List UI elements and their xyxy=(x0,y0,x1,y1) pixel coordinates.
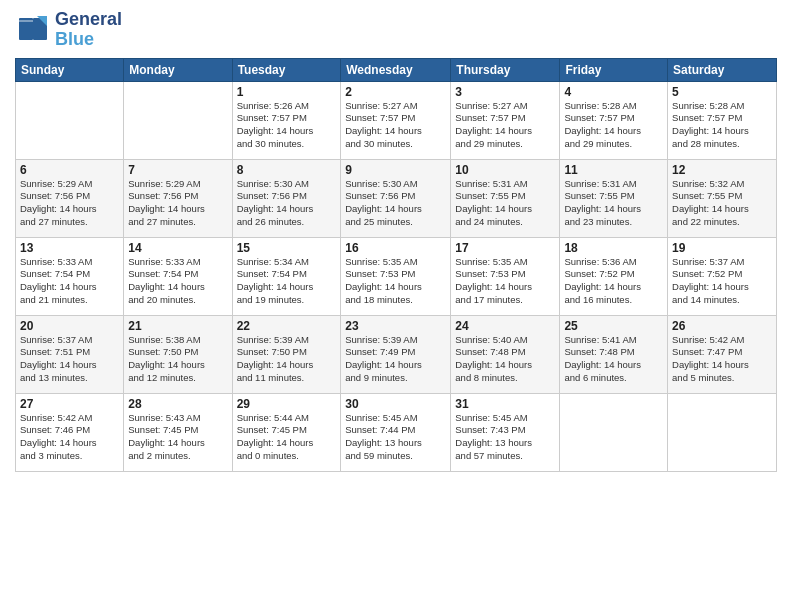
day-number: 13 xyxy=(20,241,119,255)
day-info: Sunrise: 5:37 AM Sunset: 7:51 PM Dayligh… xyxy=(20,334,119,385)
calendar-week-3: 20Sunrise: 5:37 AM Sunset: 7:51 PM Dayli… xyxy=(16,315,777,393)
day-number: 6 xyxy=(20,163,119,177)
day-number: 27 xyxy=(20,397,119,411)
day-info: Sunrise: 5:39 AM Sunset: 7:49 PM Dayligh… xyxy=(345,334,446,385)
calendar-header-thursday: Thursday xyxy=(451,58,560,81)
day-number: 19 xyxy=(672,241,772,255)
day-info: Sunrise: 5:33 AM Sunset: 7:54 PM Dayligh… xyxy=(20,256,119,307)
day-info: Sunrise: 5:33 AM Sunset: 7:54 PM Dayligh… xyxy=(128,256,227,307)
calendar-cell-w4d6 xyxy=(668,393,777,471)
day-info: Sunrise: 5:41 AM Sunset: 7:48 PM Dayligh… xyxy=(564,334,663,385)
day-info: Sunrise: 5:28 AM Sunset: 7:57 PM Dayligh… xyxy=(672,100,772,151)
day-number: 24 xyxy=(455,319,555,333)
day-info: Sunrise: 5:32 AM Sunset: 7:55 PM Dayligh… xyxy=(672,178,772,229)
day-number: 29 xyxy=(237,397,337,411)
day-number: 16 xyxy=(345,241,446,255)
calendar-header-saturday: Saturday xyxy=(668,58,777,81)
calendar-cell-w4d4: 31Sunrise: 5:45 AM Sunset: 7:43 PM Dayli… xyxy=(451,393,560,471)
day-number: 2 xyxy=(345,85,446,99)
calendar-cell-w4d0: 27Sunrise: 5:42 AM Sunset: 7:46 PM Dayli… xyxy=(16,393,124,471)
day-number: 25 xyxy=(564,319,663,333)
calendar-cell-w2d6: 19Sunrise: 5:37 AM Sunset: 7:52 PM Dayli… xyxy=(668,237,777,315)
calendar-week-1: 6Sunrise: 5:29 AM Sunset: 7:56 PM Daylig… xyxy=(16,159,777,237)
day-number: 31 xyxy=(455,397,555,411)
day-info: Sunrise: 5:30 AM Sunset: 7:56 PM Dayligh… xyxy=(345,178,446,229)
day-info: Sunrise: 5:35 AM Sunset: 7:53 PM Dayligh… xyxy=(345,256,446,307)
day-number: 11 xyxy=(564,163,663,177)
day-info: Sunrise: 5:34 AM Sunset: 7:54 PM Dayligh… xyxy=(237,256,337,307)
calendar-cell-w2d1: 14Sunrise: 5:33 AM Sunset: 7:54 PM Dayli… xyxy=(124,237,232,315)
calendar-week-0: 1Sunrise: 5:26 AM Sunset: 7:57 PM Daylig… xyxy=(16,81,777,159)
page-header: General Blue xyxy=(15,10,777,50)
calendar-header-tuesday: Tuesday xyxy=(232,58,341,81)
logo: General Blue xyxy=(15,10,122,50)
day-info: Sunrise: 5:29 AM Sunset: 7:56 PM Dayligh… xyxy=(128,178,227,229)
calendar-cell-w1d6: 12Sunrise: 5:32 AM Sunset: 7:55 PM Dayli… xyxy=(668,159,777,237)
calendar-week-4: 27Sunrise: 5:42 AM Sunset: 7:46 PM Dayli… xyxy=(16,393,777,471)
day-info: Sunrise: 5:27 AM Sunset: 7:57 PM Dayligh… xyxy=(345,100,446,151)
day-number: 5 xyxy=(672,85,772,99)
calendar-cell-w0d3: 2Sunrise: 5:27 AM Sunset: 7:57 PM Daylig… xyxy=(341,81,451,159)
calendar-cell-w2d2: 15Sunrise: 5:34 AM Sunset: 7:54 PM Dayli… xyxy=(232,237,341,315)
day-info: Sunrise: 5:26 AM Sunset: 7:57 PM Dayligh… xyxy=(237,100,337,151)
logo-icon xyxy=(15,12,51,48)
day-info: Sunrise: 5:43 AM Sunset: 7:45 PM Dayligh… xyxy=(128,412,227,463)
day-info: Sunrise: 5:45 AM Sunset: 7:43 PM Dayligh… xyxy=(455,412,555,463)
calendar-cell-w3d4: 24Sunrise: 5:40 AM Sunset: 7:48 PM Dayli… xyxy=(451,315,560,393)
calendar-cell-w3d1: 21Sunrise: 5:38 AM Sunset: 7:50 PM Dayli… xyxy=(124,315,232,393)
day-number: 4 xyxy=(564,85,663,99)
day-info: Sunrise: 5:42 AM Sunset: 7:47 PM Dayligh… xyxy=(672,334,772,385)
day-info: Sunrise: 5:38 AM Sunset: 7:50 PM Dayligh… xyxy=(128,334,227,385)
day-number: 14 xyxy=(128,241,227,255)
day-number: 22 xyxy=(237,319,337,333)
calendar-header-wednesday: Wednesday xyxy=(341,58,451,81)
calendar-cell-w4d3: 30Sunrise: 5:45 AM Sunset: 7:44 PM Dayli… xyxy=(341,393,451,471)
calendar-cell-w1d5: 11Sunrise: 5:31 AM Sunset: 7:55 PM Dayli… xyxy=(560,159,668,237)
calendar-cell-w3d5: 25Sunrise: 5:41 AM Sunset: 7:48 PM Dayli… xyxy=(560,315,668,393)
calendar-cell-w3d6: 26Sunrise: 5:42 AM Sunset: 7:47 PM Dayli… xyxy=(668,315,777,393)
day-info: Sunrise: 5:29 AM Sunset: 7:56 PM Dayligh… xyxy=(20,178,119,229)
day-info: Sunrise: 5:35 AM Sunset: 7:53 PM Dayligh… xyxy=(455,256,555,307)
day-number: 17 xyxy=(455,241,555,255)
calendar-header-monday: Monday xyxy=(124,58,232,81)
calendar-cell-w2d4: 17Sunrise: 5:35 AM Sunset: 7:53 PM Dayli… xyxy=(451,237,560,315)
day-number: 3 xyxy=(455,85,555,99)
svg-rect-3 xyxy=(19,20,33,22)
day-number: 28 xyxy=(128,397,227,411)
day-info: Sunrise: 5:30 AM Sunset: 7:56 PM Dayligh… xyxy=(237,178,337,229)
calendar-cell-w4d5 xyxy=(560,393,668,471)
day-number: 15 xyxy=(237,241,337,255)
day-number: 30 xyxy=(345,397,446,411)
day-info: Sunrise: 5:31 AM Sunset: 7:55 PM Dayligh… xyxy=(455,178,555,229)
calendar-cell-w1d1: 7Sunrise: 5:29 AM Sunset: 7:56 PM Daylig… xyxy=(124,159,232,237)
day-number: 12 xyxy=(672,163,772,177)
calendar-table: SundayMondayTuesdayWednesdayThursdayFrid… xyxy=(15,58,777,472)
calendar-cell-w2d3: 16Sunrise: 5:35 AM Sunset: 7:53 PM Dayli… xyxy=(341,237,451,315)
day-info: Sunrise: 5:27 AM Sunset: 7:57 PM Dayligh… xyxy=(455,100,555,151)
logo-text-line1: General xyxy=(55,10,122,30)
calendar-cell-w1d4: 10Sunrise: 5:31 AM Sunset: 7:55 PM Dayli… xyxy=(451,159,560,237)
calendar-cell-w0d1 xyxy=(124,81,232,159)
logo-text-line2: Blue xyxy=(55,30,122,50)
calendar-cell-w3d0: 20Sunrise: 5:37 AM Sunset: 7:51 PM Dayli… xyxy=(16,315,124,393)
day-number: 23 xyxy=(345,319,446,333)
calendar-cell-w0d4: 3Sunrise: 5:27 AM Sunset: 7:57 PM Daylig… xyxy=(451,81,560,159)
day-info: Sunrise: 5:37 AM Sunset: 7:52 PM Dayligh… xyxy=(672,256,772,307)
calendar-cell-w4d1: 28Sunrise: 5:43 AM Sunset: 7:45 PM Dayli… xyxy=(124,393,232,471)
day-number: 7 xyxy=(128,163,227,177)
day-info: Sunrise: 5:40 AM Sunset: 7:48 PM Dayligh… xyxy=(455,334,555,385)
calendar-cell-w2d5: 18Sunrise: 5:36 AM Sunset: 7:52 PM Dayli… xyxy=(560,237,668,315)
calendar-cell-w0d5: 4Sunrise: 5:28 AM Sunset: 7:57 PM Daylig… xyxy=(560,81,668,159)
day-info: Sunrise: 5:36 AM Sunset: 7:52 PM Dayligh… xyxy=(564,256,663,307)
day-info: Sunrise: 5:39 AM Sunset: 7:50 PM Dayligh… xyxy=(237,334,337,385)
calendar-cell-w4d2: 29Sunrise: 5:44 AM Sunset: 7:45 PM Dayli… xyxy=(232,393,341,471)
calendar-cell-w0d2: 1Sunrise: 5:26 AM Sunset: 7:57 PM Daylig… xyxy=(232,81,341,159)
day-number: 9 xyxy=(345,163,446,177)
calendar-cell-w2d0: 13Sunrise: 5:33 AM Sunset: 7:54 PM Dayli… xyxy=(16,237,124,315)
calendar-cell-w1d3: 9Sunrise: 5:30 AM Sunset: 7:56 PM Daylig… xyxy=(341,159,451,237)
day-info: Sunrise: 5:42 AM Sunset: 7:46 PM Dayligh… xyxy=(20,412,119,463)
day-info: Sunrise: 5:28 AM Sunset: 7:57 PM Dayligh… xyxy=(564,100,663,151)
day-info: Sunrise: 5:31 AM Sunset: 7:55 PM Dayligh… xyxy=(564,178,663,229)
day-number: 10 xyxy=(455,163,555,177)
calendar-cell-w1d0: 6Sunrise: 5:29 AM Sunset: 7:56 PM Daylig… xyxy=(16,159,124,237)
